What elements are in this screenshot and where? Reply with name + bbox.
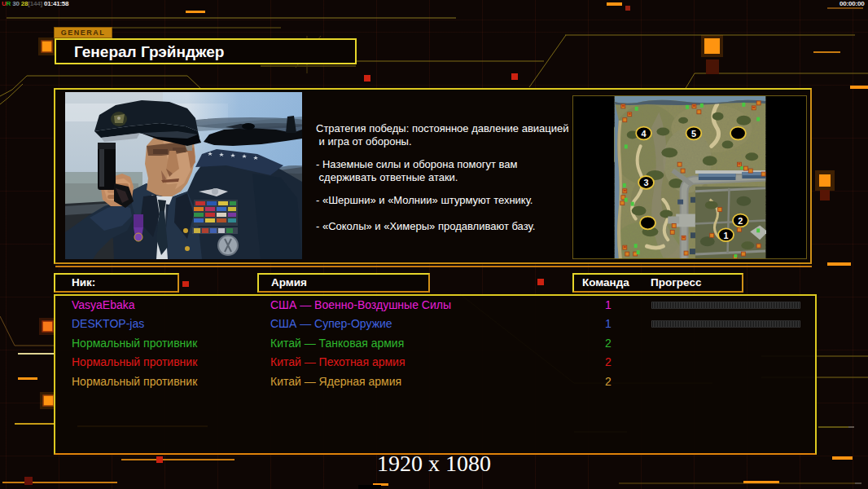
svg-text:5: 5 xyxy=(691,129,696,139)
svg-text:4: 4 xyxy=(642,129,647,139)
svg-text:3: 3 xyxy=(644,178,649,187)
svg-text:2: 2 xyxy=(738,216,743,226)
svg-text:1: 1 xyxy=(724,231,729,240)
